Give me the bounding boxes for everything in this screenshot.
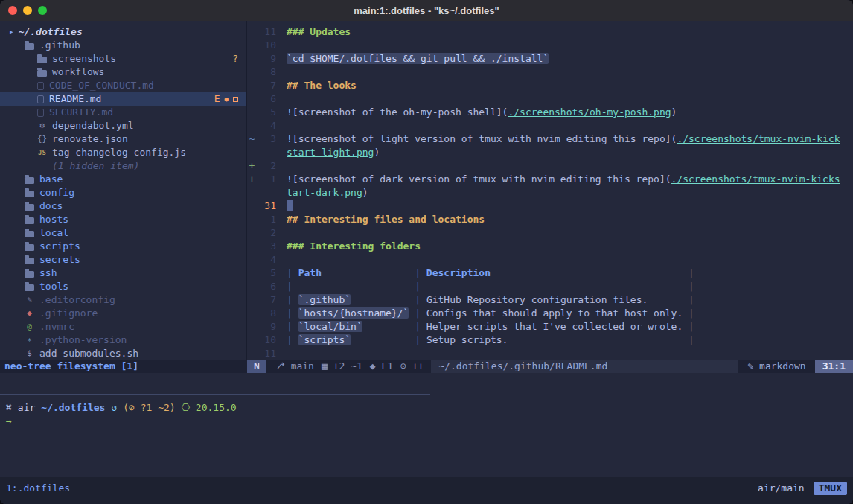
- tree-item-workflows[interactable]: workflows: [0, 66, 246, 79]
- md-paren: ): [362, 187, 368, 198]
- tree-item-label: .nvmrc: [39, 320, 74, 334]
- zoom-button[interactable]: [38, 6, 47, 15]
- tree-item-docs[interactable]: docs: [0, 200, 246, 213]
- line-number: 3: [257, 240, 276, 253]
- gutter-sign: [247, 146, 257, 159]
- line-text: | ------------------- | ----------------…: [276, 280, 694, 293]
- line-number: 2: [257, 159, 276, 173]
- prompt-arrow-icon: →: [6, 415, 12, 428]
- tree-item-dependabot[interactable]: ⚙ dependabot.yml: [0, 119, 246, 133]
- tree-item-github[interactable]: .github: [0, 39, 246, 52]
- git-diff-counts: ▦ +2 ~1: [322, 360, 362, 373]
- md-image-alt: ![screenshot of the oh-my-posh shell](: [287, 106, 508, 118]
- editorconfig-icon: ✎: [25, 293, 34, 307]
- python-icon: ∗: [25, 334, 34, 347]
- line-number: 8: [257, 307, 276, 320]
- json-icon: {}: [37, 133, 47, 146]
- gutter-sign: [247, 213, 257, 226]
- tree-item-base[interactable]: base: [0, 173, 246, 186]
- table-header-cell: Path: [298, 267, 409, 278]
- git-add-sign: +: [247, 159, 257, 173]
- line-text: ### Interesting folders: [276, 240, 421, 253]
- tree-item-local[interactable]: local: [0, 226, 246, 240]
- md-heading3: ### Updates: [287, 26, 351, 37]
- table-pipe: |: [287, 294, 298, 305]
- line-text: ![screenshot of light version of tmux wi…: [276, 133, 840, 146]
- gutter-sign: [247, 92, 257, 106]
- prompt-path: ~/.dotfiles: [41, 401, 105, 415]
- tmux-window-label[interactable]: 1:.dotfiles: [6, 482, 70, 495]
- md-link-url: start-light.png: [287, 147, 374, 158]
- table-pipe: |: [409, 281, 426, 292]
- gutter-sign: [247, 25, 257, 39]
- table-header-cell: Description: [426, 267, 683, 278]
- gutter-sign: [247, 200, 257, 213]
- table-pipe: |: [409, 334, 426, 345]
- git-icon: ◆: [25, 307, 34, 320]
- tree-item-readme-selected[interactable]: README.md E ●: [0, 92, 246, 106]
- tree-item-label: .python-version: [39, 334, 127, 347]
- line-text: [276, 92, 287, 106]
- tmux-session-label: air/main: [758, 482, 805, 495]
- line-number: 5: [257, 106, 276, 119]
- shell-pane[interactable]: ⌘ air ~/.dotfiles ↺ (⊘ ?1 ~2) ⎔ 20.15.0 …: [0, 395, 853, 477]
- tree-item-security[interactable]: SECURITY.md: [0, 106, 246, 119]
- tree-item-label: CODE_OF_CONDUCT.md: [49, 79, 154, 92]
- tree-item-editorconfig[interactable]: ✎ .editorconfig: [0, 293, 246, 307]
- tree-item-python-version[interactable]: ∗ .python-version: [0, 334, 246, 347]
- tree-item-tag-changelog[interactable]: JS tag-changelog-config.js: [0, 146, 246, 159]
- neo-tree-sidebar[interactable]: ▸ ~/.dotfiles .github screenshots ? work…: [0, 21, 246, 360]
- line-text: `cd $HOME/.dotfiles && git pull && ./ins…: [276, 52, 549, 66]
- tree-item-code-of-conduct[interactable]: CODE_OF_CONDUCT.md: [0, 79, 246, 92]
- folder-icon: [25, 231, 34, 237]
- shell-input-line[interactable]: →: [6, 415, 853, 428]
- tree-root[interactable]: ▸ ~/.dotfiles: [0, 25, 246, 39]
- line-text: [276, 119, 287, 133]
- folder-icon: [25, 43, 34, 50]
- tree-item-screenshots[interactable]: screenshots ?: [0, 52, 246, 66]
- tree-item-tools[interactable]: tools: [0, 280, 246, 293]
- editor-pane[interactable]: 11 ### Updates 10 9 `cd $HOME/.dotfiles …: [247, 21, 853, 360]
- tree-item-label: renovate.json: [52, 133, 128, 146]
- line-number: 11: [257, 347, 276, 360]
- table-pad: [362, 321, 409, 332]
- line-text: [276, 347, 287, 360]
- gutter-sign: [247, 39, 257, 52]
- tree-hidden-items-note[interactable]: (1 hidden item): [0, 159, 246, 173]
- tree-item-hosts[interactable]: hosts: [0, 213, 246, 226]
- tree-item-secrets[interactable]: secrets: [0, 253, 246, 267]
- table-pipe: |: [287, 307, 298, 319]
- tree-item-gitignore[interactable]: ◆ .gitignore: [0, 307, 246, 320]
- tree-item-scripts[interactable]: scripts: [0, 240, 246, 253]
- cursor-block: [287, 200, 293, 211]
- line-text: ![screenshot of the oh-my-posh shell](./…: [276, 106, 677, 119]
- line-number: 7: [257, 79, 276, 92]
- filetype-indicator: ✎ markdown: [738, 360, 814, 373]
- tree-item-ssh[interactable]: ssh: [0, 267, 246, 280]
- tree-item-renovate[interactable]: {} renovate.json: [0, 133, 246, 146]
- prompt-hostname: air: [18, 401, 35, 415]
- line-number: 8: [257, 66, 276, 79]
- tree-item-label: scripts: [39, 240, 80, 253]
- tree-item-config[interactable]: config: [0, 186, 246, 200]
- table-pipe: |: [409, 321, 426, 332]
- table-pipe: |: [409, 267, 426, 278]
- folder-icon: [37, 57, 47, 63]
- folder-icon: [25, 284, 34, 291]
- tmux-status-bar: 1:.dotfiles air/main TMUX: [0, 477, 853, 504]
- tree-item-nvmrc[interactable]: @ .nvmrc: [0, 320, 246, 334]
- table-pipe: |: [287, 267, 298, 278]
- gutter-sign: [247, 226, 257, 240]
- tree-item-add-submodules[interactable]: $ add-submodules.sh: [0, 347, 246, 360]
- line-text: [276, 226, 287, 240]
- close-button[interactable]: [8, 6, 17, 15]
- minimize-button[interactable]: [23, 6, 32, 15]
- lsp-status: ⊙ ++: [400, 360, 424, 373]
- line-number: 10: [257, 334, 276, 347]
- pane-divider-line: [0, 394, 430, 395]
- line-number: 1: [257, 213, 276, 226]
- tree-item-label: local: [39, 226, 68, 240]
- line-number: 4: [257, 119, 276, 133]
- command-line: [0, 373, 853, 394]
- current-line-number: 31: [257, 200, 276, 213]
